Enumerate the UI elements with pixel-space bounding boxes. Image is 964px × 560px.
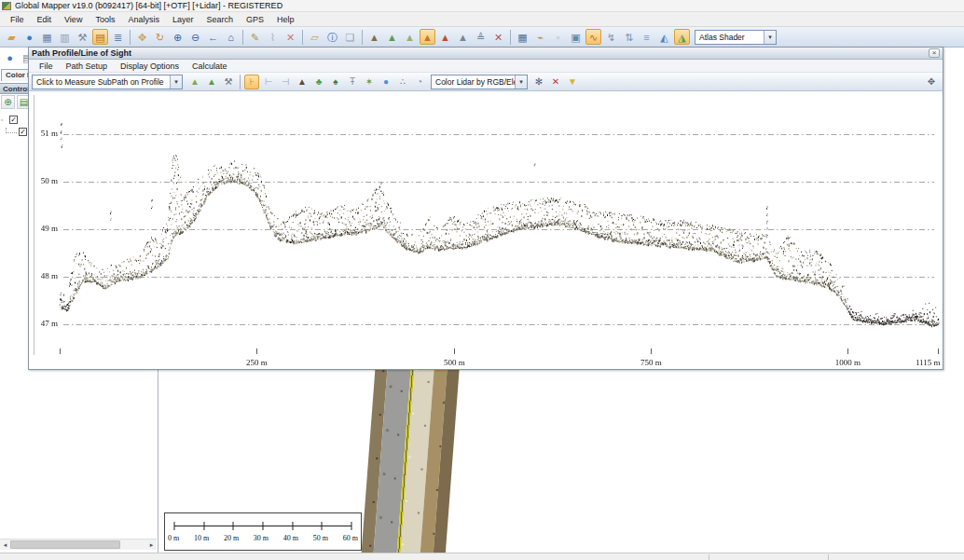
point-spacing-icon[interactable]: ∴: [395, 75, 410, 89]
toolbar-separator: [240, 75, 241, 89]
atlas-shader-mountain-icon[interactable]: ◮: [674, 29, 690, 45]
menu-view[interactable]: View: [58, 14, 89, 25]
tree-expand-icon[interactable]: ▫: [1, 116, 9, 123]
open-online-data-icon[interactable]: ●: [21, 29, 37, 45]
lidar-qc-icon[interactable]: ⌁: [532, 29, 548, 45]
menu-file[interactable]: File: [4, 14, 31, 25]
scroll-right-icon[interactable]: ▸: [146, 540, 157, 550]
scale-label-50-m: 50 m: [313, 534, 328, 542]
clear-selection-icon[interactable]: ✕: [548, 75, 563, 89]
menu-tools[interactable]: Tools: [89, 14, 121, 25]
fly-through-icon[interactable]: ↯: [603, 29, 619, 45]
zoom-in-icon[interactable]: ⊕: [170, 29, 186, 45]
menu-help[interactable]: Help: [270, 14, 301, 25]
scale-bar-tick: [233, 522, 234, 530]
open-file-icon[interactable]: ▰: [4, 29, 20, 45]
delete-terrain-icon[interactable]: ✕: [490, 29, 506, 45]
menu-gps[interactable]: GPS: [240, 14, 270, 25]
menu-edit[interactable]: Edit: [31, 14, 59, 25]
chevron-down-icon[interactable]: ▾: [515, 75, 527, 89]
zoom-out-icon[interactable]: ⊖: [187, 29, 203, 45]
tree-icon[interactable]: ♠: [328, 75, 343, 89]
configure-wrench-icon[interactable]: ⚒: [75, 29, 90, 45]
lidar-filter-funnel-icon[interactable]: ▼: [565, 75, 580, 89]
show-subpath-icon[interactable]: ⊦: [244, 75, 259, 89]
terrain-flag-icon[interactable]: ▲: [437, 29, 453, 45]
lidar-toolbox-icon[interactable]: ✻: [531, 75, 546, 89]
app-icon: [2, 2, 11, 10]
edit-vertices-icon[interactable]: ⌇: [265, 29, 281, 45]
profile-menu-calculate[interactable]: Calculate: [186, 61, 234, 72]
next-subpath-icon[interactable]: ⊣: [278, 75, 293, 89]
zoom-previous-icon[interactable]: ←: [205, 29, 221, 45]
menu-analysis[interactable]: Analysis: [121, 14, 166, 25]
save-icon[interactable]: ▦: [39, 29, 55, 45]
profile-menu-path-setup[interactable]: Path Setup: [60, 61, 115, 72]
terrain-light-icon[interactable]: ▲: [402, 29, 418, 45]
feature-info-icon[interactable]: ⓘ: [324, 29, 340, 45]
mountains-3d-icon[interactable]: ◭: [656, 29, 672, 45]
rotate-view-icon[interactable]: ↻: [152, 29, 168, 45]
save-profile-icon[interactable]: ▲: [187, 75, 202, 89]
delete-feature-icon[interactable]: ✕: [282, 29, 298, 45]
profile-chart-canvas[interactable]: [30, 91, 942, 369]
chevron-down-icon[interactable]: ▾: [170, 75, 182, 89]
grass-icon[interactable]: ♣: [311, 75, 326, 89]
terrain-dark-icon[interactable]: ▲: [295, 75, 310, 89]
overlay-info-icon[interactable]: ≣: [110, 29, 126, 45]
terrain-shader-icon[interactable]: ▲: [366, 29, 382, 45]
scale-bar-tick: [203, 522, 204, 530]
grab-pan-icon[interactable]: ✥: [134, 29, 150, 45]
path-profile-icon[interactable]: ∿: [585, 29, 601, 45]
water-drop-icon[interactable]: ●: [379, 75, 393, 89]
elevation-grid-icon[interactable]: ▦: [515, 29, 530, 45]
flatten-terrain-icon[interactable]: ≜: [473, 29, 489, 45]
road-light-lane: [400, 363, 434, 553]
scroll-left-icon[interactable]: ◂: [0, 540, 10, 550]
profile-window-toolbar: Click to Measure SubPath on Profile ▾ ▲▲…: [29, 73, 943, 91]
profile-window-titlebar[interactable]: Path Profile/Line of Sight ×: [29, 48, 943, 60]
control-center-icon[interactable]: ▤: [92, 29, 108, 45]
view-3d-icon[interactable]: ▣: [568, 29, 584, 45]
digitizer-pencil-icon[interactable]: ✎: [247, 29, 263, 45]
open-map-window-icon[interactable]: ▥: [57, 29, 73, 45]
lidar-extra-icon[interactable]: ▫: [550, 29, 566, 45]
full-extent-icon[interactable]: ⌂: [223, 29, 239, 45]
online-globe-icon[interactable]: ●: [2, 49, 18, 65]
tree-branch-line: [6, 128, 17, 133]
measure-subpath-combo[interactable]: Click to Measure SubPath on Profile ▾: [32, 75, 183, 89]
angle-measure-icon[interactable]: ◔: [412, 75, 427, 89]
terrain-export-icon[interactable]: ▲: [420, 29, 435, 45]
color-lidar-combo[interactable]: Color Lidar by RGB/Elev ▾: [431, 75, 528, 89]
zoom-to-layer-icon[interactable]: ⊕: [1, 95, 15, 109]
profile-menu-file[interactable]: File: [33, 61, 60, 72]
color-lidar-combo-value: Color Lidar by RGB/Elev: [432, 77, 515, 87]
shader-combo[interactable]: Atlas Shader ▾: [695, 30, 777, 45]
profile-settings-wrench-icon[interactable]: ⚒: [221, 75, 236, 89]
powerline-icon[interactable]: Ŧ: [345, 75, 360, 89]
road-shoulder: [420, 364, 448, 553]
close-icon[interactable]: ×: [929, 48, 940, 58]
global-mapper-application: Global Mapper v19.0 (b092417) [64-bit] […: [0, 0, 964, 560]
profile-menu-display-options[interactable]: Display Options: [114, 61, 186, 72]
chevron-down-icon[interactable]: ▾: [764, 31, 776, 44]
left-panel-hscrollbar[interactable]: ◂ ▸: [0, 539, 157, 550]
terrain-green-icon[interactable]: ▲: [384, 29, 400, 45]
sublayer-checkbox[interactable]: ✓: [19, 128, 27, 136]
lock-views-icon[interactable]: ❏: [342, 29, 358, 45]
sort-elevation-icon[interactable]: ⇅: [621, 29, 637, 45]
scrollbar-thumb[interactable]: [10, 540, 120, 549]
profile-terrain-icon[interactable]: ▲: [204, 75, 219, 89]
raise-terrain-icon[interactable]: ▲: [455, 29, 471, 45]
palm-tree-icon[interactable]: ✶: [362, 75, 377, 89]
layer-checkbox[interactable]: ✓: [9, 116, 18, 124]
toolbar-separator: [510, 30, 511, 45]
measure-tool-icon[interactable]: ▱: [307, 29, 323, 45]
menu-layer[interactable]: Layer: [166, 14, 200, 25]
attribute-list-icon[interactable]: ≡: [639, 29, 654, 45]
scale-label-10-m: 10 m: [194, 534, 209, 542]
prev-subpath-icon[interactable]: ⊢: [261, 75, 276, 89]
scale-label-30-m: 30 m: [254, 534, 269, 542]
fit-to-view-icon[interactable]: ✥: [924, 75, 939, 89]
menu-search[interactable]: Search: [200, 14, 240, 25]
